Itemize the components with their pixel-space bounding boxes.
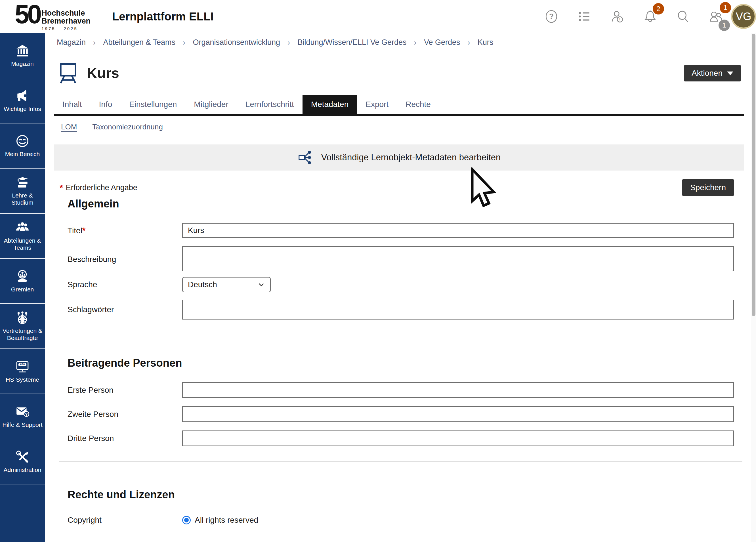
main-content: Magazin › Abteilungen & Teams › Organisa… bbox=[45, 33, 751, 542]
megaphone-icon bbox=[15, 89, 30, 103]
save-button[interactable]: Speichern bbox=[682, 179, 734, 196]
sprache-label: Sprache bbox=[68, 280, 182, 289]
sidebar-item-administration[interactable]: Administration bbox=[0, 439, 45, 484]
sidebar: Magazin Wichtige Infos Mein Bereich Lehr… bbox=[0, 33, 45, 542]
notifications-bell-icon[interactable]: 2 bbox=[643, 9, 657, 24]
breadcrumb: Magazin › Abteilungen & Teams › Organisa… bbox=[45, 33, 751, 52]
beschreibung-label: Beschreibung bbox=[68, 255, 182, 264]
topbar-icon-group: ? ! 2 bbox=[544, 9, 723, 24]
contacts-badge-top: 1 bbox=[720, 2, 731, 13]
copyright-radio-selected[interactable] bbox=[182, 516, 191, 524]
group-icon bbox=[15, 220, 30, 235]
sidebar-item-magazin[interactable]: Magazin bbox=[0, 33, 45, 78]
committee-icon bbox=[15, 269, 30, 283]
schlagwoerter-row: Schlagwörter bbox=[68, 300, 734, 320]
beschreibung-row: Beschreibung bbox=[68, 246, 734, 272]
user-avatar[interactable]: VG bbox=[731, 4, 756, 29]
breadcrumb-organisationsentwicklung[interactable]: Organisationsentwicklung bbox=[193, 38, 280, 47]
zweite-person-label: Zweite Person bbox=[68, 410, 182, 419]
sidebar-item-wichtige-infos[interactable]: Wichtige Infos bbox=[0, 78, 45, 123]
page-header: Kurs Aktionen bbox=[45, 52, 751, 84]
sidebar-item-gremien[interactable]: Gremien bbox=[0, 259, 45, 304]
edit-full-metadata-banner[interactable]: Vollständige Lernobjekt-Metadaten bearbe… bbox=[54, 144, 744, 171]
page-title: Kurs bbox=[87, 65, 119, 81]
breadcrumb-separator: › bbox=[183, 38, 185, 47]
section-divider bbox=[59, 461, 742, 462]
sprache-selected-value: Deutsch bbox=[188, 280, 217, 289]
copyright-label: Copyright bbox=[68, 516, 182, 525]
zweite-person-input[interactable] bbox=[182, 406, 734, 422]
breadcrumb-separator: › bbox=[93, 38, 96, 47]
help-icon[interactable]: ? bbox=[544, 9, 558, 24]
subtab-lom-active[interactable]: LOM bbox=[61, 123, 77, 131]
list-menu-icon[interactable] bbox=[577, 9, 591, 24]
sidebar-item-vertretungen[interactable]: Vertretungen & Beauftragte bbox=[0, 304, 45, 349]
sprache-select[interactable]: Deutsch bbox=[182, 277, 271, 292]
notifications-badge: 2 bbox=[653, 3, 664, 14]
erste-person-row: Erste Person bbox=[68, 382, 734, 398]
section-divider bbox=[59, 330, 742, 330]
actions-button[interactable]: Aktionen bbox=[684, 65, 741, 81]
svg-text:?: ? bbox=[25, 412, 28, 416]
sprache-row: Sprache Deutsch bbox=[68, 277, 734, 292]
breadcrumb-separator: › bbox=[287, 38, 290, 47]
university-logo[interactable]: 50 Hochschule Bremerhaven 1975 – 2025 bbox=[15, 2, 91, 31]
breadcrumb-abteilungen-teams[interactable]: Abteilungen & Teams bbox=[103, 38, 175, 47]
smiley-icon bbox=[15, 134, 30, 148]
erste-person-input[interactable] bbox=[182, 382, 734, 398]
zweite-person-row: Zweite Person bbox=[68, 406, 734, 422]
tab-mitglieder[interactable]: Mitglieder bbox=[185, 95, 237, 114]
breadcrumb-magazin[interactable]: Magazin bbox=[57, 38, 86, 47]
sidebar-item-hs-systeme[interactable]: *** HS-Systeme bbox=[0, 349, 45, 394]
contacts-icon[interactable]: 1 1 bbox=[709, 9, 723, 24]
sidebar-item-lehre-studium[interactable]: Lehre & Studium bbox=[0, 169, 45, 214]
share-nodes-icon bbox=[297, 149, 314, 166]
logo-years: 1975 – 2025 bbox=[41, 26, 91, 31]
tab-einstellungen[interactable]: Einstellungen bbox=[121, 95, 185, 114]
sidebar-item-hilfe-support[interactable]: ? Hilfe & Support bbox=[0, 394, 45, 439]
sidebar-item-abteilungen-teams[interactable]: Abteilungen & Teams bbox=[0, 214, 45, 259]
globe-people-icon bbox=[15, 311, 30, 325]
banner-label: Vollständige Lernobjekt-Metadaten bearbe… bbox=[321, 152, 501, 163]
titel-input[interactable] bbox=[182, 223, 734, 238]
breadcrumb-kurs-current: Kurs bbox=[478, 38, 493, 47]
copyright-radio-label: All rights reserved bbox=[195, 516, 258, 525]
top-bar: 50 Hochschule Bremerhaven 1975 – 2025 Le… bbox=[0, 0, 756, 33]
tab-metadaten-active[interactable]: Metadaten bbox=[303, 95, 357, 114]
tab-inhalt[interactable]: Inhalt bbox=[54, 95, 91, 114]
required-asterisk: * bbox=[60, 183, 63, 192]
metadata-form: Allgemein Titel* Beschreibung Sprache De… bbox=[45, 198, 751, 525]
breadcrumb-separator: › bbox=[468, 38, 470, 47]
section-heading-allgemein: Allgemein bbox=[68, 198, 734, 210]
tab-rechte[interactable]: Rechte bbox=[397, 95, 439, 114]
tab-export[interactable]: Export bbox=[357, 95, 397, 114]
tools-icon bbox=[15, 450, 30, 464]
section-heading-rechte: Rechte und Lizenzen bbox=[68, 489, 734, 501]
titel-required-asterisk: * bbox=[82, 226, 86, 235]
bank-icon bbox=[15, 44, 30, 58]
dritte-person-row: Dritte Person bbox=[68, 430, 734, 446]
dritte-person-input[interactable] bbox=[182, 430, 734, 446]
breadcrumb-separator: › bbox=[414, 38, 417, 47]
app-title: Lernplattform ELLI bbox=[112, 10, 214, 23]
sub-tab-bar: LOM Taxonomiezuordnung bbox=[61, 123, 751, 131]
breadcrumb-ve-gerdes[interactable]: Ve Gerdes bbox=[424, 38, 460, 47]
search-icon[interactable] bbox=[676, 9, 690, 24]
vertical-scrollbar-track bbox=[751, 33, 756, 542]
breadcrumb-bildung-wissen[interactable]: Bildung/Wissen/ELLI Ve Gerdes bbox=[297, 38, 406, 47]
logo-50: 50 bbox=[15, 2, 40, 27]
vertical-scrollbar-thumb[interactable] bbox=[752, 34, 755, 316]
user-status-icon[interactable]: ! bbox=[610, 9, 624, 24]
tab-lernfortschritt[interactable]: Lernfortschritt bbox=[237, 95, 303, 114]
subtab-taxonomiezuordnung[interactable]: Taxonomiezuordnung bbox=[92, 123, 163, 131]
titel-label: Titel* bbox=[68, 226, 182, 235]
schlagwoerter-label: Schlagwörter bbox=[68, 305, 182, 314]
erste-person-label: Erste Person bbox=[68, 386, 182, 395]
beschreibung-textarea[interactable] bbox=[182, 246, 734, 271]
tab-info[interactable]: Info bbox=[91, 95, 121, 114]
mail-help-icon: ? bbox=[15, 405, 30, 419]
caret-down-icon bbox=[727, 72, 733, 75]
sidebar-item-mein-bereich[interactable]: Mein Bereich bbox=[0, 123, 45, 169]
schlagwoerter-input[interactable] bbox=[182, 300, 734, 320]
copyright-row: Copyright All rights reserved bbox=[68, 516, 734, 525]
